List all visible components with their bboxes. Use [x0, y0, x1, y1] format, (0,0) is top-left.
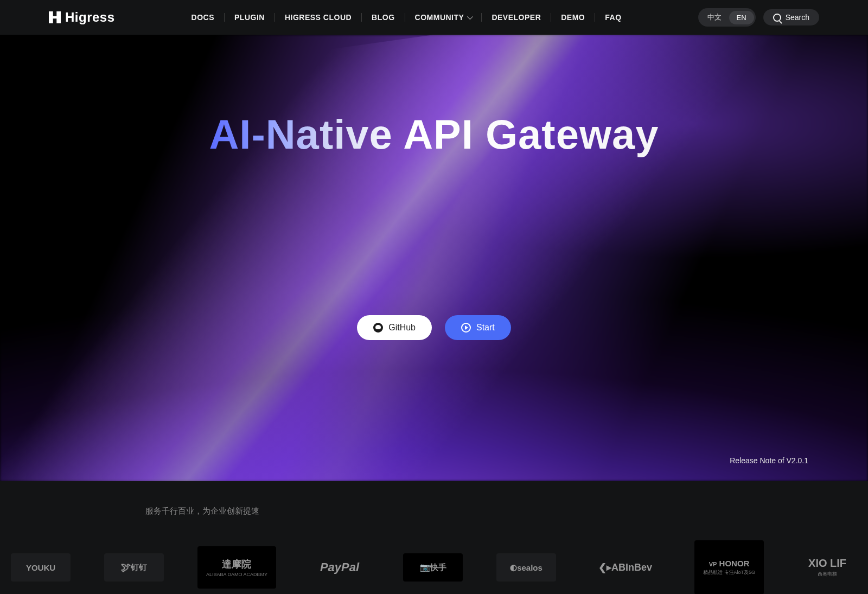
logo[interactable]: Higress	[49, 10, 115, 25]
search-button[interactable]: Search	[763, 9, 819, 25]
release-note-link[interactable]: Release Note of V2.0.1	[730, 456, 808, 465]
partner-logo-youku: YOUKU	[11, 553, 71, 582]
nav-higress-cloud[interactable]: HIGRESS CLOUD	[275, 13, 362, 22]
search-icon	[773, 14, 781, 22]
nav-community[interactable]: COMMUNITY	[405, 13, 482, 22]
partner-logo-kuaishou: 📷 快手	[403, 553, 463, 582]
nav-blog[interactable]: BLOG	[362, 13, 405, 22]
partner-logo-paypal: PayPal	[310, 553, 369, 582]
partner-logo-xiolife: XIO LIF 西奥电梯	[797, 546, 857, 589]
chevron-down-icon	[467, 14, 473, 20]
play-icon	[461, 323, 471, 333]
language-toggle: 中文 EN	[698, 8, 756, 27]
hero-section: AI-Native API Gateway GitHub Start Relea…	[0, 35, 868, 481]
brand-name: Higress	[65, 10, 115, 25]
partner-logo-abinbev: ❮▸ ABInBev	[590, 553, 661, 582]
nav-docs[interactable]: DOCS	[182, 13, 225, 22]
github-button[interactable]: GitHub	[357, 315, 432, 340]
partners-section: 服务千行百业，为企业创新提速 YOUKU 🕊 钉钉 達摩院 ALIBABA DA…	[0, 481, 868, 594]
hero-buttons: GitHub Start	[357, 315, 511, 340]
search-label: Search	[786, 13, 809, 22]
nav-developer[interactable]: DEVELOPER	[482, 13, 551, 22]
header: Higress DOCS PLUGIN HIGRESS CLOUD BLOG C…	[0, 0, 868, 35]
partner-logo-dingtalk: 🕊 钉钉	[104, 553, 164, 582]
lang-en-button[interactable]: EN	[729, 11, 754, 24]
nav-community-label: COMMUNITY	[415, 13, 464, 22]
nav-faq[interactable]: FAQ	[595, 13, 631, 22]
partners-title: 服务千行百业，为企业创新提速	[0, 506, 868, 516]
partner-logo-damo: 達摩院 ALIBABA DAMO ACADEMY	[197, 546, 276, 589]
partner-logo-honor: VP HONOR 精品航运 专注AloT及5G	[694, 540, 764, 594]
lang-zh-button[interactable]: 中文	[700, 10, 729, 25]
github-icon	[373, 323, 383, 333]
header-right: 中文 EN Search	[698, 8, 819, 27]
start-label: Start	[476, 323, 495, 333]
hero-content: AI-Native API Gateway GitHub Start	[0, 35, 868, 481]
nav-demo[interactable]: DEMO	[551, 13, 595, 22]
partner-logo-sealos: ◐ sealos	[496, 553, 556, 582]
github-label: GitHub	[388, 323, 416, 333]
hero-title: AI-Native API Gateway	[209, 111, 659, 158]
start-button[interactable]: Start	[445, 315, 511, 340]
main-nav: DOCS PLUGIN HIGRESS CLOUD BLOG COMMUNITY…	[182, 13, 631, 22]
logo-icon	[49, 11, 61, 23]
nav-plugin[interactable]: PLUGIN	[225, 13, 275, 22]
partners-row: YOUKU 🕊 钉钉 達摩院 ALIBABA DAMO ACADEMY PayP…	[0, 540, 868, 594]
